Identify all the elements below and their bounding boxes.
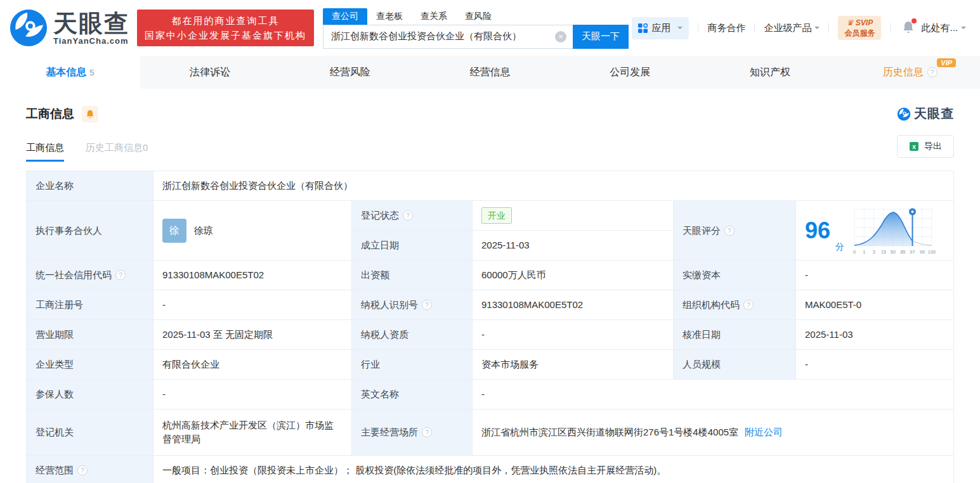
apps-label: 应用 [651,22,670,34]
help-icon[interactable]: ? [77,465,88,475]
chevron-down-icon [961,27,966,32]
svg-text:0: 0 [853,249,856,255]
field-label-business-address: 主要经营场所 ? [352,409,473,456]
search-tabs: 查公司 查老板 查关系 查风险 [323,8,629,25]
field-label-org-code: 组织机构代码 ? [674,290,796,320]
clear-search-icon[interactable]: × [555,31,566,42]
tab-legal-litigation[interactable]: 法律诉讼 [140,56,280,89]
apps-menu-button[interactable]: 应用 [632,17,689,39]
field-label-tianyan-score: 天眼评分 ? [674,201,796,261]
tab-intellectual-property[interactable]: 知识产权 [700,56,840,89]
field-label-credit-code: 统一社会信用代码 ? [27,261,154,290]
field-value-registration-authority: 杭州高新技术产业开发区（滨江）市场监督管理局 [154,409,352,456]
search-button[interactable]: 天眼一下 [573,25,629,49]
slogan-line1: 都在用的商业查询工具 [145,13,306,28]
svg-text:x: x [912,143,916,150]
status-badge: 开业 [481,207,512,224]
chevron-down-icon [814,27,820,32]
company-tabbar: 基本信息 5 法律诉讼 经营风险 经营信息 公司发展 知识产权 VIP 历史信息… [0,56,980,89]
user-menu[interactable]: 此处有... [921,22,966,34]
svg-text:15: 15 [881,249,886,255]
cooperation-link[interactable]: 商务合作 [707,22,745,34]
field-label-business-term: 营业期限 [27,320,154,350]
chevron-down-icon [677,27,683,32]
field-value-taxpayer-qualification: - [473,320,674,350]
svg-text:3: 3 [872,249,875,255]
field-label-contribution: 出资额 [352,261,473,290]
field-value-company-name: 浙江创新数谷创业投资合伙企业（有限合伙） [154,171,954,201]
field-label-industry: 行业 [352,350,473,380]
field-label-registration-status: 登记状态 ? [352,201,473,231]
subtab-business-info[interactable]: 工商信息 [26,142,64,162]
slogan-line2: 国家中小企业发展子基金旗下机构 [145,28,306,42]
field-value-registration-status: 开业 [473,201,674,231]
field-label-executive-partner: 执行事务合伙人 [27,201,154,261]
score-distribution-chart: 0 1 3 15 50 85 97 99 100 [852,205,936,256]
field-label-establish-date: 成立日期 [352,231,473,261]
help-icon[interactable]: ? [927,67,938,77]
search-area: 查公司 查老板 查关系 查风险 × 天眼一下 [323,8,629,49]
search-input[interactable] [323,25,573,49]
field-value-company-type: 有限合伙企业 [154,350,352,380]
field-value-establish-date: 2025-11-03 [473,231,674,261]
divider [754,23,755,33]
help-icon[interactable]: ? [115,270,126,280]
tianyancha-logo-icon [897,107,911,121]
field-label-insured-count: 参保人数 [27,380,154,409]
field-value-staff-size: - [796,350,954,380]
tab-business-info[interactable]: 经营信息 [420,56,560,89]
main-content: 工商信息 天眼查 工商信息 历史工商信息0 x [0,105,980,483]
field-value-reg-number: - [154,290,352,320]
search-tab-company[interactable]: 查公司 [323,8,367,25]
notification-dot [911,18,917,23]
svg-text:85: 85 [900,249,905,255]
divider [890,23,891,33]
field-label-approval-date: 核准日期 [674,320,796,350]
field-label-taxpayer-id: 纳税人识别号 ? [352,290,473,320]
tianyancha-logo[interactable]: 天眼查 TianYanCha.com [9,8,129,48]
monitor-bell-button[interactable] [82,106,98,122]
help-icon[interactable]: ? [422,427,432,437]
field-label-reg-number: 工商注册号 [27,290,154,320]
svg-text:1: 1 [863,249,865,255]
svip-member-button[interactable]: ♛ SVIP 会员服务 [838,16,881,40]
field-label-business-scope: 经营范围 ? [27,456,154,483]
field-value-taxpayer-id: 91330108MAK00E5T02 [473,290,674,320]
notification-bell-button[interactable] [902,20,915,36]
score-value: 96 [805,219,830,242]
user-name: 此处有... [921,22,958,34]
field-value-credit-code: 91330108MAK00E5T02 [154,261,352,290]
help-icon[interactable]: ? [743,300,754,310]
search-tab-risk[interactable]: 查风险 [456,8,500,25]
tab-company-development[interactable]: 公司发展 [560,56,700,89]
svip-sub-label: 会员服务 [844,28,875,38]
field-value-paid-capital: - [796,261,954,290]
help-icon[interactable]: ? [422,300,432,310]
svip-label: SVIP [856,18,873,27]
export-button[interactable]: x 导出 [897,135,954,158]
partner-name[interactable]: 徐琼 [194,224,213,238]
tab-basic-info[interactable]: 基本信息 5 [0,56,140,89]
partner-avatar[interactable]: 徐 [162,219,186,243]
enterprise-products-menu[interactable]: 企业级产品 [764,22,820,34]
field-label-registration-authority: 登记机关 [27,409,154,456]
subtab-history-business-info[interactable]: 历史工商信息0 [86,142,148,162]
field-value-org-code: MAK00E5T-0 [796,290,954,320]
svg-text:99: 99 [920,249,925,255]
help-icon[interactable]: ? [724,226,735,236]
field-value-contribution: 60000万人民币 [473,261,674,290]
svg-text:100: 100 [928,249,936,255]
field-value-industry: 资本市场服务 [473,350,674,380]
tab-history-info[interactable]: VIP 历史信息 ? [840,56,980,89]
search-tab-boss[interactable]: 查老板 [367,8,412,25]
search-tab-relation[interactable]: 查关系 [412,8,456,25]
tab-operating-risk[interactable]: 经营风险 [280,56,420,89]
page-header: 天眼查 TianYanCha.com 都在用的商业查询工具 国家中小企业发展子基… [0,0,980,56]
divider [698,23,698,33]
field-label-english-name: 英文名称 [352,380,473,409]
excel-icon: x [909,141,919,151]
svg-text:97: 97 [910,249,915,255]
nearby-companies-link[interactable]: 附近公司 [745,425,783,439]
business-info-table: 企业名称 浙江创新数谷创业投资合伙企业（有限合伙） 执行事务合伙人 徐 徐琼 登… [26,171,954,483]
help-icon[interactable]: ? [403,210,413,221]
